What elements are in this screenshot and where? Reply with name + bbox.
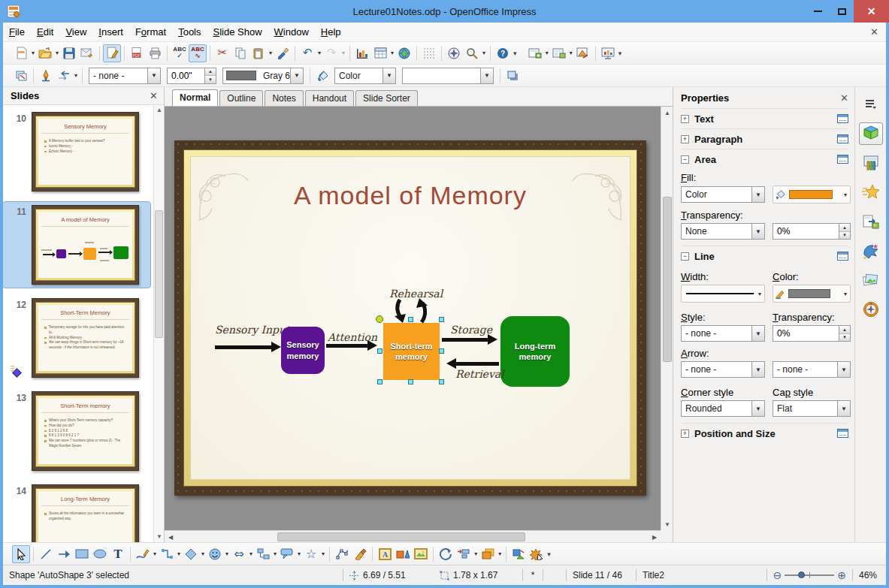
text-dialog-launcher-icon[interactable] xyxy=(837,114,848,123)
toolbar-grip[interactable] xyxy=(5,46,9,61)
zoom-in-icon[interactable]: ⊕ xyxy=(837,569,846,581)
sidebar-tab-custom-animation[interactable] xyxy=(859,181,883,204)
close-document-icon[interactable]: ✕ xyxy=(870,26,878,38)
zoom-button[interactable] xyxy=(463,44,481,62)
slide-layout-button[interactable] xyxy=(550,44,568,62)
text-tool-button[interactable]: T xyxy=(109,545,127,563)
shadow-button[interactable] xyxy=(503,67,522,85)
curve-tool-button[interactable] xyxy=(134,545,152,563)
curve-caret[interactable]: ▾ xyxy=(152,550,158,557)
slide-thumbnail-item[interactable]: 13Short-Term memoryWhat's your Short-Ter… xyxy=(3,388,150,474)
slides-panel-scrollbar[interactable]: ▲ ▼ xyxy=(153,105,164,542)
line-width-spinner[interactable]: 0.00" ▲▼ xyxy=(167,68,216,84)
storage-arrow[interactable] xyxy=(442,338,488,342)
table-dropdown-caret[interactable]: ▾ xyxy=(389,50,395,56)
zoom-slider[interactable] xyxy=(785,570,834,580)
open-dropdown-caret[interactable]: ▾ xyxy=(54,50,60,56)
transparency-spinner[interactable]: 0%▲▼ xyxy=(773,223,851,240)
edit-mode-button[interactable] xyxy=(103,44,121,62)
presentation-overflow-caret[interactable]: ▾ xyxy=(618,50,622,57)
redo-button[interactable]: ↷ xyxy=(322,44,340,62)
help-button[interactable]: ? xyxy=(494,44,512,62)
new-slide-button[interactable] xyxy=(526,44,544,62)
tab-notes[interactable]: Notes xyxy=(265,90,303,106)
menu-format[interactable]: Format xyxy=(129,23,172,41)
arrow-style-button[interactable] xyxy=(55,67,73,85)
connector-tool-button[interactable] xyxy=(158,545,176,563)
collapse-icon[interactable]: − xyxy=(681,252,689,261)
slide-layout-dropdown-caret[interactable]: ▾ xyxy=(568,50,574,56)
email-button[interactable] xyxy=(78,44,96,62)
tab-slide-sorter[interactable]: Slide Sorter xyxy=(355,90,418,106)
paragraph-dialog-launcher-icon[interactable] xyxy=(837,134,848,143)
slide-thumbnail[interactable]: Short-Term memoryWhat's your Short-Term … xyxy=(32,391,139,471)
slide-thumbnail[interactable]: Sensory MemoryA Memory buffer tied to yo… xyxy=(32,112,139,191)
ellipse-tool-button[interactable] xyxy=(91,545,109,563)
menu-help[interactable]: Help xyxy=(315,23,347,41)
sidebar-tab-gallery[interactable] xyxy=(859,269,883,291)
line-width-combo[interactable]: ▾ xyxy=(681,285,765,303)
flowchart-caret[interactable]: ▾ xyxy=(272,550,278,557)
new-dropdown-caret[interactable]: ▾ xyxy=(30,50,36,56)
area-dialog-button[interactable] xyxy=(313,67,331,85)
area-fill-color-combo[interactable]: ▾ xyxy=(773,185,851,204)
slides-scrollbar-thumb[interactable] xyxy=(155,210,163,338)
flowchart-button[interactable] xyxy=(254,545,272,563)
selection-handle-right[interactable] xyxy=(439,348,444,354)
selection-handle-top[interactable] xyxy=(408,317,413,322)
close-button[interactable]: ✕ xyxy=(854,0,889,23)
export-pdf-button[interactable]: PDF xyxy=(128,44,146,62)
line-transparency-spinner[interactable]: 0%▲▼ xyxy=(773,325,851,342)
toolbar-overflow-caret[interactable]: ▾ xyxy=(513,50,517,57)
slide-workspace[interactable]: A model of Memory Sensory Input Sensory … xyxy=(165,107,661,530)
scroll-right-icon[interactable]: ▶ xyxy=(649,531,661,543)
paste-dropdown-caret[interactable]: ▾ xyxy=(268,50,274,56)
retrieval-label[interactable]: Retrieval xyxy=(455,368,504,380)
zoom-percent[interactable]: 46% xyxy=(853,570,886,580)
attention-arrow[interactable] xyxy=(326,344,368,348)
sensory-input-label[interactable]: Sensory Input xyxy=(215,324,290,336)
vertical-scrollbar[interactable]: ▲ ▼ xyxy=(661,107,673,530)
new-document-button[interactable] xyxy=(12,44,30,62)
rotate-button[interactable] xyxy=(437,545,455,563)
area-dialog-launcher-icon[interactable] xyxy=(837,155,848,164)
zoom-slider-knob[interactable] xyxy=(798,571,805,578)
arrow-start-combo[interactable]: - none -▼ xyxy=(681,361,765,378)
sensory-input-arrow[interactable] xyxy=(215,345,272,349)
line-color-combo2[interactable]: ▾ xyxy=(773,285,851,303)
sidebar-tab-navigator[interactable]: N xyxy=(859,298,883,321)
arrow-tool-button[interactable] xyxy=(55,545,73,563)
section-text[interactable]: + Text xyxy=(681,108,848,128)
menu-file[interactable]: File xyxy=(3,23,31,41)
selection-handle-bottom-left[interactable] xyxy=(377,379,383,384)
drawing-toolbar-grip[interactable] xyxy=(5,547,9,562)
fontwork-button[interactable]: A xyxy=(376,545,394,563)
scroll-down-icon[interactable]: ▼ xyxy=(661,518,673,530)
line-style-combo[interactable]: - none -▼ xyxy=(89,68,161,84)
block-arrows-caret[interactable]: ▾ xyxy=(248,550,254,557)
block-arrows-button[interactable]: ⇔ xyxy=(230,545,248,563)
drawbar-overflow-caret[interactable]: ▾ xyxy=(547,550,551,558)
menu-slide-show[interactable]: Slide Show xyxy=(207,23,268,41)
display-grid-button[interactable] xyxy=(420,44,438,62)
selection-handle-top-right[interactable] xyxy=(439,317,444,322)
slide-canvas[interactable]: A model of Memory Sensory Input Sensory … xyxy=(174,140,646,496)
open-button[interactable] xyxy=(36,44,54,62)
minimize-button[interactable] xyxy=(806,0,830,23)
cap-style-combo[interactable]: Flat▼ xyxy=(773,400,851,417)
sidebar-tab-slide-transition[interactable] xyxy=(859,152,883,174)
scroll-left-icon[interactable]: ◀ xyxy=(165,531,177,543)
tab-outline[interactable]: Outline xyxy=(219,90,263,106)
line-style-combo2[interactable]: - none -▼ xyxy=(681,325,765,342)
selection-handle-bottom-right[interactable] xyxy=(439,379,444,384)
corner-style-combo[interactable]: Rounded▼ xyxy=(681,400,765,417)
properties-close-icon[interactable]: ✕ xyxy=(840,92,848,104)
collapse-icon[interactable]: − xyxy=(681,155,689,164)
undo-button[interactable]: ↶ xyxy=(298,44,316,62)
scroll-down-icon[interactable]: ▼ xyxy=(154,532,165,542)
section-area[interactable]: − Area xyxy=(681,149,848,169)
line-dialog-button[interactable] xyxy=(37,67,55,85)
sidebar-tab-master-pages[interactable] xyxy=(859,210,883,233)
fill-color-combo[interactable]: ▼ xyxy=(402,68,494,84)
insert-table-button[interactable] xyxy=(371,44,389,62)
